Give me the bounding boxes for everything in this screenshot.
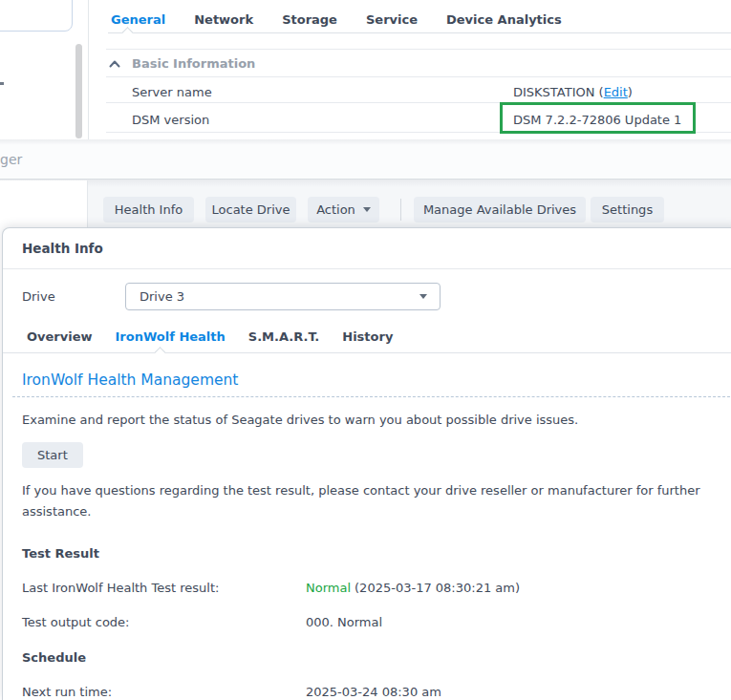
- tree-tick-mark: [0, 82, 4, 85]
- next-run-time-row: Next run time: 2025-03-24 08:30 am: [22, 685, 716, 699]
- annotation-highlight-box: [500, 102, 696, 134]
- sidebar-divider: [88, 0, 89, 139]
- control-panel-window: General Network Storage Service Device A…: [0, 0, 731, 139]
- dialog-title: Health Info: [22, 241, 103, 256]
- active-tab-notch: [154, 347, 166, 359]
- output-code-value: 000. Normal: [306, 615, 382, 629]
- storage-manager-title-fragment: ger: [0, 152, 22, 167]
- status-normal: Normal: [306, 581, 351, 595]
- tab-underline: [108, 32, 731, 33]
- dialog-tabs: Overview IronWolf Health S.M.A.R.T. Hist…: [3, 329, 731, 353]
- drive-select-row: Drive Drive 3: [22, 283, 716, 310]
- tab-ironwolf-health[interactable]: IronWolf Health: [116, 329, 226, 344]
- edit-link[interactable]: Edit: [604, 85, 628, 99]
- tab-network[interactable]: Network: [194, 12, 253, 27]
- manage-available-drives-button[interactable]: Manage Available Drives: [414, 197, 586, 223]
- chevron-down-icon: [419, 294, 427, 299]
- test-output-code-row: Test output code: 000. Normal: [22, 615, 716, 629]
- ironwolf-health-management-heading: IronWolf Health Management: [22, 371, 716, 389]
- settings-button[interactable]: Settings: [591, 197, 664, 223]
- toolbar-separator: [400, 199, 401, 221]
- test-result-heading: Test Result: [22, 546, 716, 561]
- separator: [106, 49, 731, 50]
- control-panel-tabs: General Network Storage Service Device A…: [111, 12, 562, 27]
- next-run-label: Next run time:: [22, 685, 306, 699]
- schedule-heading: Schedule: [22, 650, 716, 665]
- health-info-dialog: Health Info Drive Drive 3 Overview IronW…: [2, 227, 731, 700]
- chevron-up-icon: [109, 60, 120, 68]
- drive-label: Drive: [22, 289, 125, 304]
- row-separator: [106, 76, 731, 77]
- tab-device-analytics[interactable]: Device Analytics: [446, 12, 562, 27]
- window-gap: ger: [0, 139, 731, 179]
- vertical-scrollbar-thumb[interactable]: [75, 44, 82, 138]
- tab-service[interactable]: Service: [366, 12, 418, 27]
- description-text: Examine and report the status of Seagate…: [22, 412, 716, 429]
- next-run-value: 2025-03-24 08:30 am: [306, 685, 441, 699]
- last-test-label: Last IronWolf Health Test result:: [22, 581, 306, 595]
- tab-smart[interactable]: S.M.A.R.T.: [248, 329, 319, 344]
- last-test-value: Normal(2025-03-17 08:30:21 am): [306, 581, 520, 595]
- basic-information-collapse-header[interactable]: Basic Information: [109, 56, 255, 71]
- server-name-value: DISKSTATION (Edit): [513, 85, 633, 99]
- search-box-remnant: [0, 0, 73, 32]
- dashed-separator: [12, 396, 731, 397]
- drive-selected-value: Drive 3: [140, 289, 184, 304]
- tab-general[interactable]: General: [111, 12, 165, 27]
- active-tab-notch: [121, 27, 134, 39]
- tab-storage[interactable]: Storage: [282, 12, 337, 27]
- section-title: Basic Information: [132, 56, 255, 71]
- drive-select-dropdown[interactable]: Drive 3: [125, 283, 441, 310]
- dialog-body: Drive Drive 3 Overview IronWolf Health S…: [3, 283, 731, 699]
- note-text: If you have questions regarding the test…: [22, 480, 712, 522]
- tab-overview[interactable]: Overview: [27, 329, 93, 344]
- start-button[interactable]: Start: [22, 442, 83, 468]
- health-info-button[interactable]: Health Info: [103, 197, 194, 223]
- dsm-version-label: DSM version: [132, 113, 209, 127]
- locate-drive-button[interactable]: Locate Drive: [205, 197, 296, 223]
- dialog-titlebar: Health Info: [3, 228, 731, 269]
- tab-history[interactable]: History: [342, 329, 393, 344]
- action-dropdown-button[interactable]: Action: [308, 197, 379, 223]
- output-code-label: Test output code:: [22, 615, 306, 629]
- last-test-result-row: Last IronWolf Health Test result: Normal…: [22, 581, 716, 595]
- storage-manager-sidebar-remnant: [0, 180, 88, 228]
- server-name-label: Server name: [132, 85, 212, 99]
- storage-manager-toolbar: Health Info Locate Drive Action Manage A…: [0, 179, 731, 227]
- chevron-down-icon: [363, 207, 371, 212]
